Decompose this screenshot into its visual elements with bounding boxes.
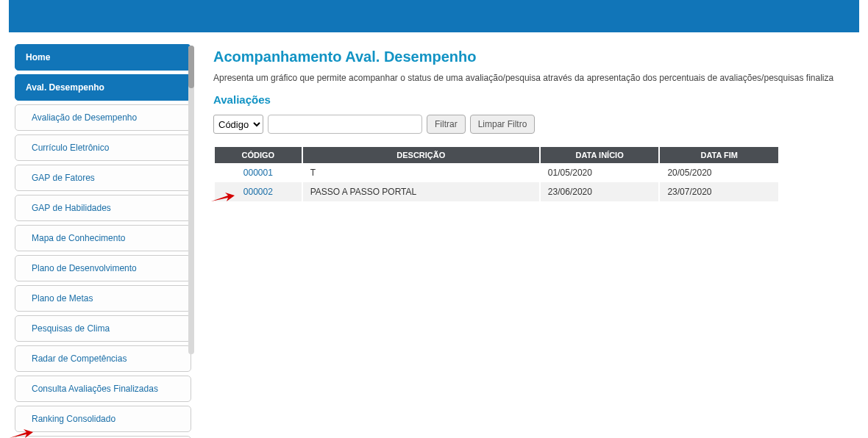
sidebar-item-curriculo-eletronico[interactable]: Currículo Eletrônico [15, 134, 191, 161]
sidebar-item-ranking-consolidado[interactable]: Ranking Consolidado [15, 406, 191, 432]
table-wrapper: CÓDIGO DESCRIÇÃO DATA INÍCIO DATA FIM 00… [213, 147, 868, 201]
filter-button[interactable]: Filtrar [427, 115, 466, 134]
code-link[interactable]: 000001 [243, 168, 273, 178]
sidebar-item-gap-habilidades[interactable]: GAP de Habilidades [15, 195, 191, 221]
section-title: Avaliações [213, 93, 868, 106]
filter-row: Código Filtrar Limpar Filtro [213, 115, 868, 134]
cell-desc: PASSO A PASSO PORTAL [303, 182, 539, 201]
sidebar: Home Aval. Desempenho Avaliação de Desem… [0, 38, 191, 438]
sidebar-item-consulta-avaliacoes-finalizadas[interactable]: Consulta Avaliações Finalizadas [15, 376, 191, 402]
page-title: Acompanhamento Aval. Desempenho [213, 49, 868, 65]
sidebar-item-aval-desempenho[interactable]: Aval. Desempenho [15, 74, 191, 101]
col-header-end: DATA FIM [660, 147, 778, 163]
clear-filter-button[interactable]: Limpar Filtro [470, 115, 536, 134]
cell-start: 01/05/2020 [541, 163, 659, 182]
sidebar-item-gap-fatores[interactable]: GAP de Fatores [15, 165, 191, 191]
layout-container: Home Aval. Desempenho Avaliação de Desem… [0, 32, 868, 438]
cell-end: 23/07/2020 [660, 182, 778, 201]
sidebar-item-home[interactable]: Home [15, 44, 191, 71]
cell-end: 20/05/2020 [660, 163, 778, 182]
sidebar-item-radar-competencias[interactable]: Radar de Competências [15, 345, 191, 372]
sidebar-item-avaliacao-desempenho[interactable]: Avaliação de Desempenho [15, 104, 191, 131]
code-link[interactable]: 000002 [243, 187, 273, 197]
col-header-desc: DESCRIÇÃO [303, 147, 539, 163]
sidebar-item-plano-desenvolvimento[interactable]: Plano de Desenvolvimento [15, 255, 191, 281]
evaluations-table: CÓDIGO DESCRIÇÃO DATA INÍCIO DATA FIM 00… [213, 147, 780, 201]
sidebar-scroll-thumb[interactable] [188, 46, 194, 88]
sidebar-scrollbar[interactable] [188, 46, 194, 354]
col-header-code: CÓDIGO [215, 147, 302, 163]
cell-desc: T [303, 163, 539, 182]
filter-field-select[interactable]: Código [213, 115, 263, 134]
sidebar-item-mapa-conhecimento[interactable]: Mapa de Conhecimento [15, 225, 191, 251]
page-description: Apresenta um gráfico que permite acompan… [213, 73, 868, 83]
main-content: Acompanhamento Aval. Desempenho Apresent… [191, 38, 868, 438]
sidebar-item-pesquisas-clima[interactable]: Pesquisas de Clima [15, 315, 191, 342]
cell-start: 23/06/2020 [541, 182, 659, 201]
table-row: 000001 T 01/05/2020 20/05/2020 [215, 163, 778, 182]
sidebar-item-plano-metas[interactable]: Plano de Metas [15, 285, 191, 312]
filter-text-input[interactable] [268, 115, 422, 134]
col-header-start: DATA INÍCIO [541, 147, 659, 163]
table-row: 000002 PASSO A PASSO PORTAL 23/06/2020 2… [215, 182, 778, 201]
top-banner [9, 0, 859, 32]
